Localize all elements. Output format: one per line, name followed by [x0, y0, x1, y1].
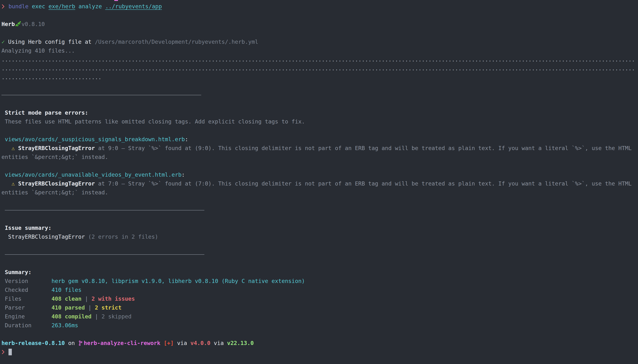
status-via-text: via — [210, 340, 227, 346]
summary-parser-parsed: 410 parsed — [52, 304, 85, 311]
section-divider — [5, 210, 204, 210]
error-message-line: ⚠ StrayERBClosingTagError at 7:0 — Stray… — [2, 179, 638, 188]
status-via-text: via — [174, 340, 190, 346]
summary-files-issues: 2 with issues — [92, 296, 135, 302]
blank-line — [2, 82, 638, 91]
config-file-path: /Users/marcoroth/Development/rubyevents/… — [95, 38, 258, 45]
summary-label: Version — [5, 277, 52, 286]
config-line: ✓ Using Herb config file at /Users/marco… — [2, 38, 638, 46]
strict-errors-description: These files use HTML patterns like omitt… — [2, 117, 638, 126]
progress-dots-row: .............................. — [2, 73, 638, 82]
warning-triangle-icon: ⚠ — [2, 180, 18, 187]
progress-dots-row: ........................................… — [2, 64, 638, 73]
issue-summary-line: StrayERBClosingTagError (2 errors in 2 f… — [2, 232, 638, 241]
command-executable-path: exe/herb — [48, 3, 75, 10]
error-file-path: views/avo/cards/_unavailable_videos_by_e… — [2, 172, 182, 178]
summary-row-duration: Duration263.06ms — [2, 321, 638, 330]
config-message: Using Herb config file at — [5, 38, 95, 45]
blank-line — [2, 11, 638, 20]
summary-row-checked: Checked410 files — [2, 286, 638, 294]
blank-line — [2, 28, 638, 38]
error-message-wrap-line: entities `&percnt;&gt;` instead. — [2, 153, 638, 162]
command-subcommand: exec — [28, 3, 48, 10]
app-name: Herb — [2, 21, 15, 27]
summary-value: herb gem v0.8.10, libprism v1.9.0, libhe… — [52, 278, 305, 284]
command-action: analyze — [75, 3, 105, 10]
blank-line — [2, 330, 638, 339]
analyzing-status: Analyzing 410 files... — [2, 46, 638, 55]
summary-row-files: Files408 clean | 2 with issues — [2, 294, 638, 303]
error-file-colon: : — [185, 136, 188, 142]
error-message-text: at 9:0 — Stray `%>` found at (9:0). This… — [95, 145, 632, 151]
summary-label: Files — [5, 294, 52, 303]
summary-value: 263.06ms — [52, 322, 78, 328]
terminal-window[interactable]: bundle exec exe/herb analyze ../rubyeven… — [0, 0, 638, 364]
summary-label: Parser — [5, 303, 52, 312]
progress-dots: ........................................… — [2, 56, 635, 63]
error-file-colon: : — [182, 172, 185, 178]
progress-dots-row: ........................................… — [2, 55, 638, 64]
summary-title: Summary: — [2, 269, 32, 276]
herb-sprig-icon — [15, 21, 22, 28]
shell-status-line: herb-release-0.8.10 on herb-analyze-cli-… — [2, 339, 638, 348]
summary-separator: | — [82, 296, 92, 302]
divider-row — [2, 91, 638, 100]
divider-row — [2, 206, 638, 215]
current-directory: herb-release-0.8.10 — [2, 340, 65, 346]
terminal-cursor[interactable] — [8, 349, 12, 355]
summary-separator: | — [92, 313, 102, 320]
divider-row — [2, 250, 638, 259]
command-name: bundle — [5, 3, 28, 10]
strict-errors-description-text: These files use HTML patterns like omitt… — [2, 118, 305, 125]
blank-line — [2, 197, 638, 206]
section-divider — [2, 95, 201, 95]
summary-row-version: Versionherb gem v0.8.10, libprism v1.9.0… — [2, 277, 638, 286]
summary-value: 410 files — [52, 287, 82, 293]
strict-errors-heading: Strict mode parse errors: — [2, 108, 638, 117]
blank-line — [2, 100, 638, 108]
issue-error-class: StrayERBClosingTagError — [2, 234, 85, 240]
error-file-path: views/avo/cards/_suspicious_signals_brea… — [2, 136, 185, 142]
error-message-line: ⚠ StrayERBClosingTagError at 9:0 — Stray… — [2, 144, 638, 153]
error-file-line: views/avo/cards/_unavailable_videos_by_e… — [2, 170, 638, 179]
error-class-name: StrayERBClosingTagError — [18, 145, 95, 151]
previous-line-fragment — [114, 0, 118, 1]
active-prompt-line[interactable] — [2, 348, 638, 356]
analyzing-text: Analyzing 410 files... — [2, 48, 75, 54]
summary-row-parser: Parser410 parsed | 2 strict — [2, 303, 638, 312]
prompt-chevron-icon — [2, 348, 5, 356]
blank-line — [2, 162, 638, 170]
command-target-path: ../rubyevents/app — [105, 3, 162, 10]
progress-dots: ........................................… — [2, 65, 635, 72]
summary-parser-strict: 2 strict — [95, 304, 122, 311]
blank-line — [2, 259, 638, 268]
issue-summary-title: Issue summary: — [2, 225, 52, 231]
status-on-text: on — [65, 340, 78, 346]
prompt-chevron-icon — [2, 2, 5, 11]
check-icon: ✓ — [2, 38, 5, 45]
blank-line — [2, 241, 638, 250]
warning-triangle-icon: ⚠ — [2, 145, 18, 151]
node-version: v22.13.0 — [227, 340, 254, 346]
git-branch-icon — [78, 340, 82, 348]
summary-separator: | — [85, 304, 95, 311]
error-file-line: views/avo/cards/_suspicious_signals_brea… — [2, 135, 638, 144]
strict-errors-title: Strict mode parse errors: — [2, 110, 88, 116]
error-message-text: at 7:0 — Stray `%>` found at (7:0). This… — [95, 180, 632, 187]
error-message-wrap-line: entities `&percnt;&gt;` instead. — [2, 188, 638, 197]
app-version: v0.8.10 — [22, 21, 45, 27]
progress-dots: .............................. — [2, 74, 102, 80]
summary-engine-compiled: 408 compiled — [52, 313, 92, 320]
blank-line — [2, 215, 638, 224]
error-message-wrap-text: entities `&percnt;&gt;` instead. — [2, 154, 108, 160]
summary-label: Duration — [5, 321, 52, 330]
summary-heading: Summary: — [2, 268, 638, 277]
git-branch-name: herb-analyze-cli-rework — [84, 340, 160, 346]
summary-label: Checked — [5, 286, 52, 294]
summary-files-clean: 408 clean — [52, 296, 82, 302]
section-divider — [5, 254, 204, 255]
summary-row-engine: Engine408 compiled | 2 skipped — [2, 312, 638, 321]
summary-engine-skipped: 2 skipped — [102, 313, 132, 320]
git-dirty-flag: [+] — [160, 340, 174, 346]
error-message-wrap-text: entities `&percnt;&gt;` instead. — [2, 189, 108, 196]
